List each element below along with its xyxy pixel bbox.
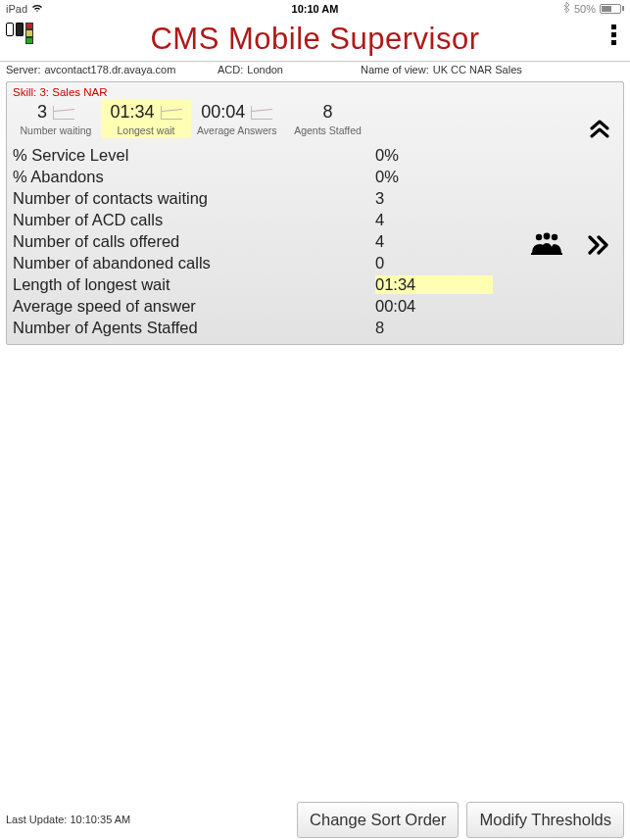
acd-value: London [247, 64, 283, 75]
metric-label: % Abandons [13, 168, 375, 186]
sparkline-icon [161, 106, 182, 120]
battery-icon [600, 4, 624, 14]
kpi-longest-wait: 01:34 Longest wait [101, 100, 191, 138]
metric-row: Number of Agents Staffed8 [13, 317, 623, 338]
device-icon [6, 23, 14, 36]
metric-value: 01:34 [375, 275, 493, 294]
next-button[interactable] [584, 231, 613, 262]
svg-point-0 [536, 234, 542, 240]
metric-label: Number of contacts waiting [13, 189, 375, 208]
metric-row: % Service Level0% [13, 144, 623, 166]
wifi-icon [31, 3, 43, 15]
traffic-light-icon [25, 23, 33, 44]
metric-value: 3 [375, 189, 493, 208]
device-label: iPad [6, 3, 27, 15]
kpi-average-answers: 00:04 Average Answers [191, 100, 283, 138]
battery-label: 50% [574, 3, 596, 15]
modify-thresholds-button[interactable]: Modify Thresholds [466, 802, 624, 838]
metric-value: 0% [375, 168, 493, 186]
app-title: CMS Mobile Supervisor [150, 22, 479, 57]
metric-label: Number of Agents Staffed [13, 319, 375, 337]
metric-label: Number of abandoned calls [13, 254, 375, 272]
metric-row: Average speed of answer00:04 [13, 295, 623, 317]
kpi-value: 8 [323, 102, 333, 123]
metric-value: 4 [375, 211, 493, 229]
metric-label: Average speed of answer [13, 297, 375, 316]
kpi-number-waiting: 3 Number waiting [11, 100, 101, 138]
last-update-label: Last Update: [6, 814, 67, 825]
kpi-row: 3 Number waiting 01:34 Longest wait 00:0… [7, 98, 623, 140]
metric-value: 4 [375, 232, 493, 251]
kpi-label: Average Answers [197, 124, 277, 136]
skill-label: Skill: 3: Sales NAR [7, 82, 623, 98]
kpi-label: Number waiting [17, 124, 95, 136]
server-value: avcontact178.dr.avaya.com [44, 64, 175, 75]
app-header: CMS Mobile Supervisor [0, 17, 630, 62]
footer: Last Update: 10:10:35 AM Change Sort Ord… [0, 799, 630, 840]
kpi-agents-staffed: 8 Agents Staffed [283, 100, 373, 138]
metric-label: Number of calls offered [13, 232, 375, 251]
change-sort-order-button[interactable]: Change Sort Order [297, 802, 459, 838]
card-icon [16, 23, 24, 36]
kpi-value: 01:34 [110, 102, 154, 123]
last-update-value: 10:10:35 AM [70, 814, 130, 825]
metric-label: Number of ACD calls [13, 211, 375, 229]
metric-value: 8 [375, 319, 493, 337]
metric-row: Number of ACD calls4 [13, 209, 623, 230]
view-label: Name of view: [361, 64, 429, 75]
view-value: UK CC NAR Sales [433, 64, 522, 75]
collapse-button[interactable] [586, 116, 613, 149]
kpi-label: Longest wait [107, 124, 185, 136]
kpi-label: Agents Staffed [289, 124, 367, 136]
metric-value: 00:04 [375, 297, 493, 316]
metric-row: Number of contacts waiting3 [13, 187, 623, 209]
metric-row: Length of longest wait01:34 [13, 273, 623, 295]
menu-button[interactable] [607, 21, 620, 49]
metric-value: 0% [375, 146, 493, 165]
kpi-value: 3 [37, 102, 47, 123]
acd-label: ACD: [218, 64, 243, 75]
status-time: 10:10 AM [0, 3, 630, 15]
metric-row: % Abandons0% [13, 166, 623, 187]
status-bar: iPad 10:10 AM 50% [0, 0, 630, 17]
metric-label: Length of longest wait [13, 275, 375, 294]
svg-rect-3 [531, 253, 562, 255]
metric-label: % Service Level [13, 146, 375, 165]
metric-value: 0 [375, 254, 493, 272]
sparkline-icon [53, 106, 74, 120]
svg-point-1 [544, 233, 551, 240]
server-label: Server: [6, 64, 40, 75]
svg-point-2 [552, 234, 557, 240]
bluetooth-icon [563, 2, 570, 15]
skill-card: Skill: 3: Sales NAR 3 Number waiting 01:… [6, 81, 624, 345]
kpi-value: 00:04 [201, 102, 245, 123]
info-bar: Server: avcontact178.dr.avaya.com ACD: L… [0, 62, 630, 79]
sparkline-icon [251, 106, 272, 120]
agents-button[interactable] [529, 231, 564, 262]
status-icons [6, 23, 33, 44]
